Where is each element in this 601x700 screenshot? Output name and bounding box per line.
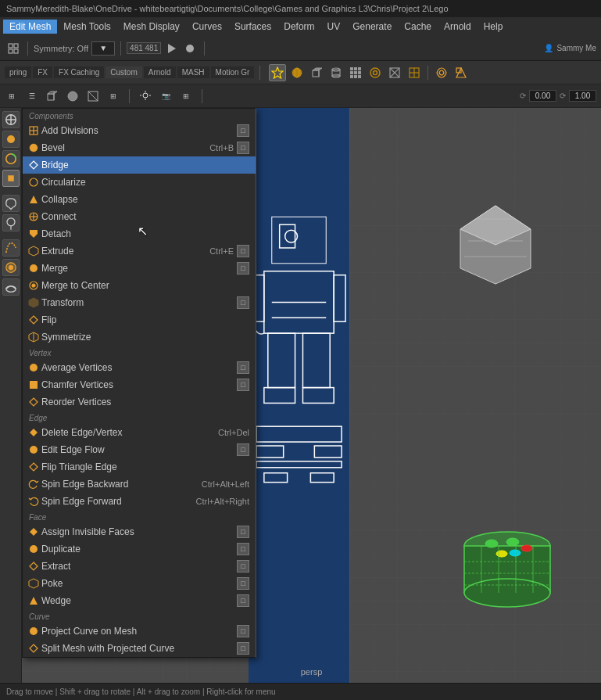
render-btn2[interactable] <box>181 40 199 57</box>
menu-spin-edge-forward[interactable]: Spin Edge Forward Ctrl+Alt+Right <box>23 493 256 510</box>
menu-assign-invisible[interactable]: Assign Invisible Faces □ <box>23 523 256 540</box>
menu-extrude[interactable]: Extrude Ctrl+E □ <box>23 242 256 260</box>
render-btn[interactable] <box>163 40 180 57</box>
shelf-icon-polygon[interactable] <box>386 64 403 81</box>
menu-split-mesh[interactable]: Split Mesh with Projected Curve □ <box>23 640 256 657</box>
toolbar-icon-1[interactable] <box>5 40 22 57</box>
camera-btn[interactable]: 📷 <box>159 89 173 103</box>
shelf-sep2 <box>427 66 428 80</box>
menu-cache[interactable]: Cache <box>398 20 438 34</box>
svg-rect-65 <box>302 333 330 387</box>
soft-select[interactable] <box>2 259 20 276</box>
edit-edge-option[interactable]: □ <box>237 443 249 456</box>
menu-connect[interactable]: Connect <box>23 208 256 225</box>
select-tool[interactable] <box>2 111 20 128</box>
snap-tool[interactable] <box>2 239 20 257</box>
symmetry-toggle[interactable]: ▼ <box>91 41 115 56</box>
menu-duplicate[interactable]: Duplicate □ <box>23 540 256 558</box>
shelf-icon-torus[interactable] <box>367 64 384 81</box>
menu-add-divisions[interactable]: Add Divisions □ <box>23 122 256 139</box>
menu-edit-edge-flow[interactable]: Edit Edge Flow □ <box>23 441 256 458</box>
shelf-icon-sphere[interactable] <box>288 64 306 81</box>
light-btn[interactable] <box>138 89 152 103</box>
extract-option[interactable]: □ <box>237 560 249 573</box>
transform-option[interactable]: □ <box>237 296 249 309</box>
bridge-label: Bridge <box>41 160 243 171</box>
proj-curve-option[interactable]: □ <box>237 625 249 637</box>
shelf-tab-custom[interactable]: Custom <box>106 66 141 78</box>
menu-deform[interactable]: Deform <box>277 20 320 34</box>
invis-face-option[interactable]: □ <box>237 526 249 538</box>
menu-transform[interactable]: Transform □ <box>23 294 256 311</box>
menu-merge-to-center[interactable]: Merge to Center <box>23 277 256 294</box>
shelf-icon-grid[interactable] <box>347 64 364 81</box>
menu-extract[interactable]: Extract □ <box>23 558 256 575</box>
shelf-tab-arnold[interactable]: Arnold <box>144 66 176 78</box>
menu-merge[interactable]: Merge □ <box>23 260 256 277</box>
poke-option[interactable]: □ <box>237 577 249 590</box>
menu-project-curve[interactable]: Project Curve on Mesh □ <box>23 623 256 640</box>
menu-mesh-display[interactable]: Mesh Display <box>117 20 186 34</box>
menu-surfaces[interactable]: Surfaces <box>228 20 277 34</box>
scale-tool[interactable] <box>2 170 20 187</box>
menu-flip-triangle[interactable]: Flip Triangle Edge <box>23 458 256 476</box>
menu-btn[interactable]: ☰ <box>25 89 39 103</box>
menu-arnold[interactable]: Arnold <box>438 20 478 34</box>
avg-vert-option[interactable]: □ <box>237 361 249 374</box>
menu-uv[interactable]: UV <box>321 20 347 34</box>
shelf-tab-motion[interactable]: Motion Gr <box>211 66 255 78</box>
add-divisions-option[interactable]: □ <box>237 124 249 137</box>
invis-face-icon <box>26 526 41 538</box>
menu-circularize[interactable]: Circularize <box>23 174 256 191</box>
menu-bridge[interactable]: Bridge <box>23 156 256 174</box>
bevel-option[interactable]: □ <box>237 142 249 154</box>
menu-detach[interactable]: Detach <box>23 225 256 242</box>
menu-reorder-vertices[interactable]: Reorder Vertices <box>23 393 256 411</box>
wedge-option[interactable]: □ <box>237 594 249 607</box>
lasso-tool[interactable] <box>2 195 20 212</box>
shelf-icon-group[interactable] <box>433 64 450 81</box>
resolution-display[interactable]: 481 481 <box>127 42 161 54</box>
shelf-icon-cube[interactable] <box>308 64 325 81</box>
shelf-icon-shapes[interactable] <box>453 64 470 81</box>
cube-btn[interactable] <box>45 89 59 103</box>
menu-wedge[interactable]: Wedge □ <box>23 592 256 609</box>
shelf-tab-fx[interactable]: FX <box>33 66 52 78</box>
shading-btn[interactable] <box>86 89 100 103</box>
menu-generate[interactable]: Generate <box>346 20 398 34</box>
menu-delete-edge-vertex[interactable]: Delete Edge/Vertex Ctrl+Del <box>23 424 256 441</box>
shelf-icon-star[interactable] <box>269 64 286 81</box>
grid-toggle[interactable]: ⊞ <box>179 89 193 103</box>
chamfer-vert-option[interactable]: □ <box>237 379 249 391</box>
menu-edit-mesh[interactable]: Edit Mesh <box>3 20 57 34</box>
svg-rect-10 <box>313 70 319 77</box>
move-tool[interactable] <box>2 131 20 148</box>
menu-flip[interactable]: Flip <box>23 311 256 328</box>
shelf-tab-pring[interactable]: pring <box>5 66 31 78</box>
merge-option[interactable]: □ <box>237 262 249 275</box>
toggle-panel[interactable]: ⊞ <box>5 89 19 103</box>
rotate-tool[interactable] <box>2 150 20 167</box>
menu-collapse[interactable]: Collapse <box>23 191 256 208</box>
wireframe-btn[interactable]: ⊞ <box>106 89 120 103</box>
menu-mesh-tools[interactable]: Mesh Tools <box>57 20 116 34</box>
menu-poke[interactable]: Poke □ <box>23 575 256 592</box>
shelf-tab-fx-caching[interactable]: FX Caching <box>54 66 104 78</box>
menu-average-vertices[interactable]: Average Vertices □ <box>23 359 256 376</box>
sculpt-tool[interactable] <box>2 278 20 296</box>
paint-tool[interactable] <box>2 214 20 232</box>
menu-spin-edge-backward[interactable]: Spin Edge Backward Ctrl+Alt+Left <box>23 476 256 493</box>
menu-bevel[interactable]: Bevel Ctrl+B □ <box>23 139 256 156</box>
split-mesh-option[interactable]: □ <box>237 642 249 655</box>
menu-symmetrize[interactable]: Symmetrize <box>23 328 256 346</box>
menu-chamfer-vertices[interactable]: Chamfer Vertices □ <box>23 376 256 393</box>
shelf-icon-cylinder[interactable] <box>327 64 345 81</box>
sphere-btn[interactable] <box>66 89 80 103</box>
menu-curves[interactable]: Curves <box>186 20 228 34</box>
shelf-icon-nurbs[interactable] <box>406 64 423 81</box>
viewport-3d[interactable]: persp Components Add Divisions □ Bevel C… <box>22 108 601 683</box>
shelf-tab-mash[interactable]: MASH <box>177 66 209 78</box>
menu-help[interactable]: Help <box>478 20 510 34</box>
extrude-option[interactable]: □ <box>237 245 249 257</box>
dup-option[interactable]: □ <box>237 543 249 555</box>
